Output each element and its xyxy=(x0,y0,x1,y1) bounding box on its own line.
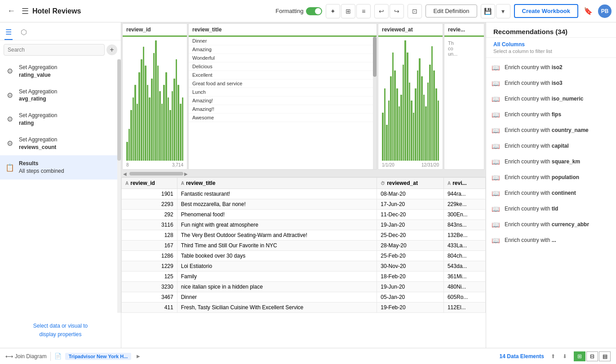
edit-definition-button[interactable]: Edit Definition xyxy=(425,4,477,18)
review-title-list-item[interactable]: Awesome xyxy=(189,114,377,122)
search-input[interactable] xyxy=(4,44,105,56)
undo-button[interactable]: ↩ xyxy=(374,4,389,18)
review-title-scrollbar[interactable] xyxy=(373,37,377,169)
sidebar-item-set-agg-rating[interactable]: ⚙ Set Aggregationrating xyxy=(0,107,121,132)
review-title-list-item[interactable]: Lunch xyxy=(189,88,377,96)
recommendation-item[interactable]: 📖 Enrich country with iso3 xyxy=(486,75,616,91)
sidebar-item-set-agg-avg-rating[interactable]: ⚙ Set Aggregationavg_rating xyxy=(0,83,121,108)
sheet-icon: 📄 xyxy=(54,353,62,360)
table-row[interactable]: 1229 Loi Estiatorio 30-Nov-20 543da... xyxy=(122,261,486,272)
scroll-right-icon[interactable]: ▶ xyxy=(183,171,189,176)
sidebar-item-results[interactable]: 📋 ResultsAll steps combined xyxy=(0,155,121,180)
sidebar-tab-steps[interactable]: ☰ xyxy=(4,26,13,40)
book-icon: 📖 xyxy=(492,205,500,213)
list-view-button[interactable]: ≡ xyxy=(356,4,371,18)
table-row[interactable]: 411 Fresh, Tasty Sicilian Cuisine With E… xyxy=(122,303,486,313)
th-reviewed-at[interactable]: ⏱reviewed_at xyxy=(377,178,444,189)
review-title-list-item[interactable]: Wonderful xyxy=(189,54,377,62)
review-title-list-item[interactable]: Amazing! xyxy=(189,96,377,105)
recommendation-item[interactable]: 📖 Enrich country with currency_abbr xyxy=(486,217,616,232)
save-dropdown-button[interactable]: ▾ xyxy=(496,4,510,18)
table-row[interactable]: 167 Third Time and Still Our Favorite in… xyxy=(122,241,486,251)
sidebar-scrollbar-thumb[interactable] xyxy=(117,59,121,161)
bottom-tab-arrow[interactable]: ▶ xyxy=(135,353,142,360)
sidebar-scroll-area: ⚙ Set Aggregationrating_value ⚙ Set Aggr… xyxy=(0,59,121,313)
table-row[interactable]: 292 Phenomenal food! 11-Dec-20 300En... xyxy=(122,210,486,220)
review-title-list-item[interactable]: Great food and service xyxy=(189,79,377,88)
save-button[interactable]: 💾 xyxy=(481,4,495,18)
table-row[interactable]: 3467 Dinner 05-Jan-20 605Ro... xyxy=(122,292,486,303)
view-split-button[interactable]: ⊟ xyxy=(586,351,598,361)
rec-text: Enrich country with iso2 xyxy=(505,63,563,71)
cell-revi: 361Mi... xyxy=(443,272,485,282)
cell-review-title: The Very Best Outdoor Seating-Warm and A… xyxy=(177,230,377,241)
magic-wand-button[interactable]: ✦ xyxy=(326,4,340,18)
recommendation-item[interactable]: 📖 Enrich country with iso2 xyxy=(486,60,616,75)
cell-reviewed-at: 30-Nov-20 xyxy=(377,261,444,272)
recommendation-item[interactable]: 📖 Enrich country with tld xyxy=(486,201,616,217)
create-workbook-button[interactable]: Create Workbook xyxy=(514,4,578,18)
sidebar-item-set-agg-reviews-count[interactable]: ⚙ Set Aggregationreviews_count xyxy=(0,132,121,156)
review-title-scrollbar-thumb[interactable] xyxy=(373,37,377,77)
sidebar-item-set-agg-rating-value[interactable]: ⚙ Set Aggregationrating_value xyxy=(0,59,121,83)
th-revi[interactable]: Arevi... xyxy=(443,178,485,189)
recommendation-item[interactable]: 📖 Enrich country with population xyxy=(486,170,616,185)
table-row[interactable]: 1286 Table booked over 30 days 25-Feb-20… xyxy=(122,251,486,261)
cell-review-title: Third Time and Still Our Favorite in NYC xyxy=(177,241,377,251)
all-columns-link[interactable]: All Columns xyxy=(493,41,609,48)
view-grid-button[interactable]: ⊞ xyxy=(574,351,585,361)
recommendation-item[interactable]: 📖 Enrich country with ... xyxy=(486,232,616,248)
review-title-list-item[interactable]: Dinner xyxy=(189,37,377,45)
table-row[interactable]: 3230 nice italian spice in a hidden plac… xyxy=(122,282,486,292)
share-button[interactable]: ⊡ xyxy=(408,4,422,18)
review-title-list-item[interactable]: Delicious xyxy=(189,62,377,71)
cell-review-title: Table booked over 30 days xyxy=(177,251,377,261)
table-row[interactable]: 2293 Best mozzarella, Bar none! 17-Jun-2… xyxy=(122,199,486,210)
data-table-wrapper[interactable]: Areview_id Areview_title ⏱reviewed_at Ar… xyxy=(121,177,486,348)
rec-text: Enrich country with capital xyxy=(505,142,569,150)
bookmark-icon[interactable]: 🔖 xyxy=(582,5,594,17)
col-header-review-title[interactable]: review_title xyxy=(189,24,377,37)
table-row[interactable]: 128 The Very Best Outdoor Seating-Warm a… xyxy=(122,230,486,241)
recommendation-item[interactable]: 📖 Enrich country with fips xyxy=(486,107,616,123)
h-scroll-thumb[interactable] xyxy=(129,172,183,175)
back-button[interactable]: ← xyxy=(4,4,18,18)
hist-labels-reviewed-at: 1/1/20 12/31/20 xyxy=(378,162,443,169)
add-step-button[interactable]: + xyxy=(106,44,117,55)
review-title-list-item[interactable]: Amazing xyxy=(189,45,377,54)
gear-icon: ⚙ xyxy=(5,67,14,75)
recommendation-item[interactable]: 📖 Enrich country with country_name xyxy=(486,123,616,138)
recommendation-item[interactable]: 📖 Enrich country with continent xyxy=(486,185,616,201)
recommendation-item[interactable]: 📖 Enrich country with square_km xyxy=(486,154,616,170)
scroll-left-icon[interactable]: ◀ xyxy=(122,171,128,176)
hist-labels-review-id: 8 3,714 xyxy=(123,162,187,169)
review-title-list-item[interactable]: Excellent xyxy=(189,71,377,79)
th-review-id[interactable]: Areview_id xyxy=(122,178,177,189)
recommendation-item[interactable]: 📖 Enrich country with capital xyxy=(486,138,616,154)
user-avatar[interactable]: PB xyxy=(598,4,612,18)
review-title-list-item[interactable]: Amazing!! xyxy=(189,105,377,114)
table-row[interactable]: 1901 Fantastic restaurant! 08-Mar-20 944… xyxy=(122,189,486,199)
join-diagram-button[interactable]: ⟷ Join Diagram xyxy=(5,353,47,360)
col-preview-review-title: DinnerAmazingWonderfulDeliciousExcellent… xyxy=(189,37,377,169)
col-header-review-id[interactable]: review_id xyxy=(123,24,187,37)
col-header-reviewed-at[interactable]: reviewed_at xyxy=(378,24,443,37)
th-review-title[interactable]: Areview_title xyxy=(177,178,377,189)
bottom-tab-tripadvisor[interactable]: Tripadvisor New York H... xyxy=(65,353,132,360)
table-row[interactable]: 3116 Fun night with great atmosphere 19-… xyxy=(122,220,486,230)
table-row[interactable]: 125 Family 18-Feb-20 361Mi... xyxy=(122,272,486,282)
formatting-toggle[interactable] xyxy=(306,7,322,15)
cell-reviewed-at: 05-Jan-20 xyxy=(377,292,444,303)
nav-next-button[interactable]: ⬇ xyxy=(559,351,570,362)
sidebar-tab-data[interactable]: ⬡ xyxy=(20,26,28,40)
redo-button[interactable]: ↪ xyxy=(390,4,404,18)
grid-view-button[interactable]: ⊞ xyxy=(341,4,355,18)
cell-review-id: 3467 xyxy=(122,292,177,303)
nav-prev-button[interactable]: ⬆ xyxy=(548,351,558,362)
book-icon: 📖 xyxy=(492,64,500,72)
view-list-button[interactable]: ▤ xyxy=(599,351,611,361)
recommendation-item[interactable]: 📖 Enrich country with iso_numeric xyxy=(486,91,616,107)
bottom-separator xyxy=(50,352,51,361)
col-header-revi[interactable]: revie... xyxy=(444,24,484,37)
cell-revi: 300En... xyxy=(443,210,485,220)
